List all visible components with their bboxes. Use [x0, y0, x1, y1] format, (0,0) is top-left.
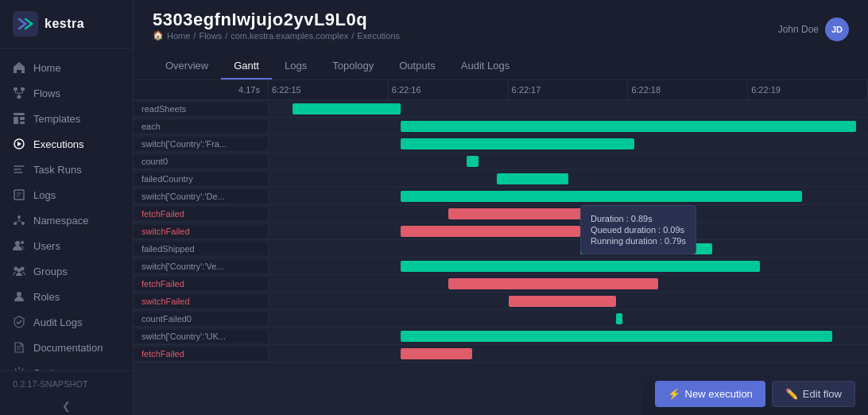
sidebar-item-executions[interactable]: Executions [0, 131, 133, 157]
gantt-bar[interactable] [616, 313, 622, 324]
sidebar: kestra Home Flows Templates Executions T… [0, 0, 134, 415]
edit-flow-button[interactable]: ✏️ Edit flow [772, 381, 855, 407]
gantt-row: each [134, 118, 868, 135]
main-content: 5303egfnIwjujo2yvL9L0q 🏠 Home / Flows / … [134, 0, 868, 415]
breadcrumb-executions: Executions [357, 31, 400, 41]
sidebar-item-roles[interactable]: Roles [0, 284, 133, 309]
svg-rect-4 [14, 113, 25, 115]
sidebar-version: 0.2.17-SNAPSHOT [0, 370, 133, 397]
sidebar-item-users[interactable]: Users [0, 233, 133, 258]
flows-icon [13, 87, 25, 99]
tab-overview[interactable]: Overview [153, 53, 221, 80]
sidebar-item-flows[interactable]: Flows [0, 80, 133, 106]
execution-id: 5303egfnIwjujo2yvL9L0q [153, 10, 400, 30]
gantt-row-label: switch['Country':'De... [134, 190, 269, 203]
gantt-bar[interactable] [401, 138, 634, 149]
svg-rect-1 [14, 87, 17, 91]
logo-text: kestra [45, 17, 84, 31]
gantt-bar[interactable] [467, 156, 479, 167]
gantt-row: switchFailed [134, 223, 868, 240]
gantt-row: fetchFailedDuration : 0.89sQueued durati… [134, 205, 868, 223]
gantt-bar[interactable] [401, 348, 472, 359]
gantt-tick-2: 6:22:16 [389, 80, 509, 99]
home-icon [13, 61, 25, 74]
gantt-row: switch['Country':'De... [134, 188, 868, 205]
sidebar-item-templates[interactable]: Templates [0, 106, 133, 131]
gantt-header-label: 4.17s [134, 80, 269, 99]
gantt-tick-3: 6:22:17 [509, 80, 629, 99]
gantt-bar[interactable] [401, 226, 580, 237]
audit-logs-icon [13, 316, 25, 328]
gantt-row-label: readSheets [134, 103, 269, 115]
sidebar-item-settings[interactable]: Settings [0, 360, 133, 370]
lightning-icon: ⚡ [668, 388, 680, 400]
breadcrumb-flows[interactable]: Flows [199, 31, 222, 41]
new-execution-button[interactable]: ⚡ New execution [655, 381, 765, 407]
svg-rect-9 [14, 190, 24, 200]
gantt-row: readSheets [134, 100, 868, 118]
tab-outputs[interactable]: Outputs [386, 53, 448, 80]
gantt-chart: 4.17s 6:22:15 6:22:16 6:22:17 6:22:18 6:… [134, 80, 868, 415]
sidebar-item-groups[interactable]: Groups [0, 258, 133, 284]
gantt-bar[interactable] [401, 191, 802, 202]
gantt-row: switch['Country':'Ve... [134, 258, 868, 275]
user-avatar[interactable]: JD [825, 17, 849, 41]
gantt-tick-4: 6:22:18 [628, 80, 748, 99]
sidebar-collapse-button[interactable]: ❮ [0, 397, 133, 415]
tab-gantt[interactable]: Gantt [221, 53, 272, 80]
tab-logs[interactable]: Logs [272, 53, 320, 80]
gantt-row: fetchFailed [134, 345, 868, 363]
breadcrumb-home[interactable]: Home [167, 31, 190, 41]
documentation-icon [13, 341, 25, 354]
gantt-row-label: switch['Country':'Fra... [134, 138, 269, 150]
gantt-bar[interactable] [448, 208, 616, 219]
gantt-row: fetchFailed [134, 275, 868, 293]
gantt-row-track: Duration : 0.89sQueued duration : 0.09sR… [269, 205, 868, 222]
svg-point-14 [21, 241, 24, 244]
groups-icon [13, 265, 25, 277]
gantt-bar[interactable] [293, 103, 401, 114]
namespace-icon [13, 214, 25, 227]
sidebar-item-namespace[interactable]: Namespace [0, 208, 133, 233]
gantt-tick-5: 6:22:19 [748, 80, 868, 99]
gantt-row-label: switchFailed [134, 225, 269, 238]
gantt-rows: readSheetseachswitch['Country':'Fra...co… [134, 100, 868, 363]
gantt-bar[interactable] [580, 243, 712, 254]
gantt-row: countFailed0 [134, 310, 868, 328]
tab-topology[interactable]: Topology [320, 53, 386, 80]
sidebar-item-audit-logs[interactable]: Audit Logs [0, 309, 133, 335]
gantt-row-track [269, 223, 868, 239]
user-name: John Doe [778, 24, 819, 35]
breadcrumb-namespace[interactable]: com.kestra.examples.complex [231, 31, 348, 41]
gantt-tick-1: 6:22:15 [269, 80, 389, 99]
gantt-row-track [269, 135, 868, 152]
gantt-bar[interactable] [401, 331, 832, 342]
svg-point-13 [15, 241, 20, 246]
gantt-row-label: switchFailed [134, 295, 269, 308]
gantt-row-label: each [134, 120, 269, 133]
gantt-row-track [269, 240, 868, 257]
gantt-bar[interactable] [509, 296, 617, 307]
svg-rect-5 [14, 117, 18, 124]
sidebar-item-task-runs[interactable]: Task Runs [0, 157, 133, 182]
gantt-bar[interactable] [497, 173, 568, 184]
tab-audit-logs[interactable]: Audit Logs [448, 53, 522, 80]
edit-icon: ✏️ [785, 388, 798, 400]
sidebar-item-home[interactable]: Home [0, 55, 133, 80]
gantt-row-label: failedShipped [134, 242, 269, 255]
sidebar-item-documentation[interactable]: Documentation [0, 335, 133, 360]
gantt-bar[interactable] [401, 261, 760, 272]
gantt-row-label: fetchFailed [134, 277, 269, 290]
gantt-row: switch['Country':'Fra... [134, 135, 868, 153]
svg-rect-7 [20, 122, 25, 124]
sidebar-item-logs[interactable]: Logs [0, 182, 133, 208]
roles-icon [13, 290, 25, 303]
gantt-bar[interactable] [401, 121, 856, 132]
gantt-row-label: count0 [134, 155, 269, 168]
settings-icon [13, 367, 25, 370]
gantt-bar[interactable] [448, 278, 658, 289]
gantt-row-track [269, 153, 868, 169]
gantt-row-label: fetchFailed [134, 208, 269, 220]
svg-rect-2 [21, 87, 25, 91]
gantt-time-header: 4.17s 6:22:15 6:22:16 6:22:17 6:22:18 6:… [134, 80, 868, 100]
